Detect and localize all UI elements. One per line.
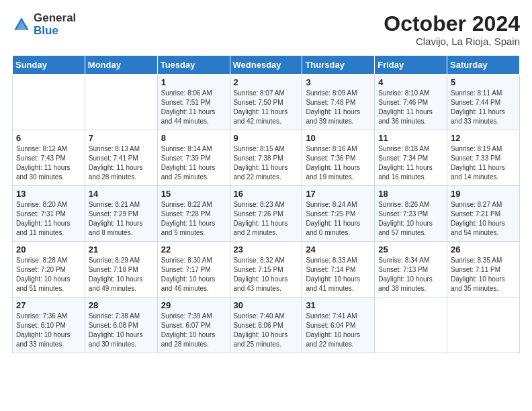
day-header-wednesday: Wednesday (230, 56, 302, 75)
week-row-1: 1Sunrise: 8:06 AM Sunset: 7:51 PM Daylig… (13, 75, 520, 130)
calendar-cell: 21Sunrise: 8:29 AM Sunset: 7:18 PM Dayli… (85, 242, 157, 298)
day-info: Sunrise: 8:22 AM Sunset: 7:28 PM Dayligh… (161, 200, 226, 238)
week-row-3: 13Sunrise: 8:20 AM Sunset: 7:31 PM Dayli… (13, 186, 520, 242)
header: General Blue October 2024 Clavijo, La Ri… (12, 12, 520, 47)
calendar-cell: 13Sunrise: 8:20 AM Sunset: 7:31 PM Dayli… (13, 186, 85, 242)
calendar-cell: 2Sunrise: 8:07 AM Sunset: 7:50 PM Daylig… (230, 75, 302, 130)
day-number: 21 (89, 244, 154, 255)
day-number: 11 (378, 133, 443, 143)
day-number: 28 (89, 300, 154, 310)
calendar-cell: 12Sunrise: 8:19 AM Sunset: 7:33 PM Dayli… (447, 130, 520, 186)
day-number: 14 (89, 189, 154, 199)
calendar-cell (375, 298, 447, 353)
week-row-5: 27Sunrise: 7:36 AM Sunset: 6:10 PM Dayli… (13, 298, 520, 353)
day-info: Sunrise: 8:34 AM Sunset: 7:13 PM Dayligh… (378, 256, 443, 293)
month-title: October 2024 (384, 12, 520, 36)
day-number: 7 (89, 133, 154, 143)
calendar-cell: 27Sunrise: 7:36 AM Sunset: 6:10 PM Dayli… (13, 298, 85, 353)
day-info: Sunrise: 7:39 AM Sunset: 6:07 PM Dayligh… (161, 312, 226, 349)
day-number: 10 (306, 133, 371, 143)
calendar-cell: 26Sunrise: 8:35 AM Sunset: 7:11 PM Dayli… (447, 242, 520, 298)
day-info: Sunrise: 8:07 AM Sunset: 7:50 PM Dayligh… (234, 89, 299, 126)
day-number: 20 (16, 244, 81, 255)
calendar-cell: 1Sunrise: 8:06 AM Sunset: 7:51 PM Daylig… (157, 75, 230, 130)
calendar-cell (13, 75, 85, 130)
day-info: Sunrise: 8:35 AM Sunset: 7:11 PM Dayligh… (451, 256, 516, 293)
day-number: 18 (378, 189, 443, 199)
day-info: Sunrise: 8:15 AM Sunset: 7:38 PM Dayligh… (234, 144, 299, 182)
day-number: 27 (16, 300, 81, 310)
day-number: 23 (234, 244, 299, 255)
calendar-cell: 31Sunrise: 7:41 AM Sunset: 6:04 PM Dayli… (302, 298, 375, 353)
calendar-cell: 28Sunrise: 7:38 AM Sunset: 6:08 PM Dayli… (85, 298, 157, 353)
day-info: Sunrise: 8:26 AM Sunset: 7:23 PM Dayligh… (378, 200, 443, 238)
day-info: Sunrise: 8:32 AM Sunset: 7:15 PM Dayligh… (234, 256, 299, 293)
logo-icon (12, 15, 31, 34)
day-number: 9 (234, 133, 299, 143)
day-number: 16 (234, 189, 299, 199)
day-header-sunday: Sunday (13, 56, 85, 75)
day-info: Sunrise: 8:20 AM Sunset: 7:31 PM Dayligh… (16, 200, 81, 238)
day-info: Sunrise: 7:40 AM Sunset: 6:06 PM Dayligh… (234, 312, 299, 349)
calendar-cell: 19Sunrise: 8:27 AM Sunset: 7:21 PM Dayli… (447, 186, 520, 242)
day-info: Sunrise: 8:13 AM Sunset: 7:41 PM Dayligh… (89, 144, 154, 182)
location-subtitle: Clavijo, La Rioja, Spain (384, 36, 520, 47)
day-info: Sunrise: 8:21 AM Sunset: 7:29 PM Dayligh… (89, 200, 154, 238)
day-info: Sunrise: 8:27 AM Sunset: 7:21 PM Dayligh… (451, 200, 516, 238)
calendar-cell (85, 75, 157, 130)
day-info: Sunrise: 8:14 AM Sunset: 7:39 PM Dayligh… (161, 144, 226, 182)
logo-blue: Blue (34, 24, 58, 37)
calendar-cell: 29Sunrise: 7:39 AM Sunset: 6:07 PM Dayli… (157, 298, 230, 353)
day-header-tuesday: Tuesday (157, 56, 230, 75)
day-number: 24 (306, 244, 371, 255)
day-number: 29 (161, 300, 226, 310)
calendar-cell: 15Sunrise: 8:22 AM Sunset: 7:28 PM Dayli… (157, 186, 230, 242)
day-info: Sunrise: 8:06 AM Sunset: 7:51 PM Dayligh… (161, 89, 226, 126)
day-info: Sunrise: 8:11 AM Sunset: 7:44 PM Dayligh… (451, 89, 516, 126)
calendar-cell: 22Sunrise: 8:30 AM Sunset: 7:17 PM Dayli… (157, 242, 230, 298)
calendar-cell (447, 298, 520, 353)
day-number: 22 (161, 244, 226, 255)
calendar-cell: 24Sunrise: 8:33 AM Sunset: 7:14 PM Dayli… (302, 242, 375, 298)
page: General Blue October 2024 Clavijo, La Ri… (0, 0, 532, 360)
calendar-cell: 16Sunrise: 8:23 AM Sunset: 7:26 PM Dayli… (230, 186, 302, 242)
day-header-friday: Friday (375, 56, 447, 75)
day-info: Sunrise: 8:19 AM Sunset: 7:33 PM Dayligh… (451, 144, 516, 182)
day-info: Sunrise: 8:24 AM Sunset: 7:25 PM Dayligh… (306, 200, 371, 238)
logo-general: General (34, 11, 76, 24)
day-number: 6 (16, 133, 81, 143)
day-number: 13 (16, 189, 81, 199)
calendar-cell: 20Sunrise: 8:28 AM Sunset: 7:20 PM Dayli… (13, 242, 85, 298)
day-number: 3 (306, 77, 371, 87)
day-number: 8 (161, 133, 226, 143)
calendar-cell: 18Sunrise: 8:26 AM Sunset: 7:23 PM Dayli… (375, 186, 447, 242)
day-info: Sunrise: 8:30 AM Sunset: 7:17 PM Dayligh… (161, 256, 226, 293)
day-number: 30 (234, 300, 299, 310)
day-info: Sunrise: 7:36 AM Sunset: 6:10 PM Dayligh… (16, 312, 81, 349)
calendar-cell: 30Sunrise: 7:40 AM Sunset: 6:06 PM Dayli… (230, 298, 302, 353)
calendar-table: SundayMondayTuesdayWednesdayThursdayFrid… (12, 55, 520, 353)
week-row-2: 6Sunrise: 8:12 AM Sunset: 7:43 PM Daylig… (13, 130, 520, 186)
day-header-monday: Monday (85, 56, 157, 75)
logo: General Blue (12, 12, 76, 37)
calendar-cell: 4Sunrise: 8:10 AM Sunset: 7:46 PM Daylig… (375, 75, 447, 130)
day-info: Sunrise: 8:33 AM Sunset: 7:14 PM Dayligh… (306, 256, 371, 293)
day-info: Sunrise: 7:41 AM Sunset: 6:04 PM Dayligh… (306, 312, 371, 349)
day-number: 17 (306, 189, 371, 199)
day-info: Sunrise: 7:38 AM Sunset: 6:08 PM Dayligh… (89, 312, 154, 349)
day-info: Sunrise: 8:18 AM Sunset: 7:34 PM Dayligh… (378, 144, 443, 182)
day-info: Sunrise: 8:10 AM Sunset: 7:46 PM Dayligh… (378, 89, 443, 126)
calendar-cell: 8Sunrise: 8:14 AM Sunset: 7:39 PM Daylig… (157, 130, 230, 186)
day-info: Sunrise: 8:29 AM Sunset: 7:18 PM Dayligh… (89, 256, 154, 293)
day-number: 19 (451, 189, 516, 199)
day-number: 4 (378, 77, 443, 87)
calendar-cell: 7Sunrise: 8:13 AM Sunset: 7:41 PM Daylig… (85, 130, 157, 186)
calendar-cell: 10Sunrise: 8:16 AM Sunset: 7:36 PM Dayli… (302, 130, 375, 186)
day-info: Sunrise: 8:09 AM Sunset: 7:48 PM Dayligh… (306, 89, 371, 126)
day-number: 1 (161, 77, 226, 87)
day-number: 26 (451, 244, 516, 255)
week-row-4: 20Sunrise: 8:28 AM Sunset: 7:20 PM Dayli… (13, 242, 520, 298)
calendar-cell: 23Sunrise: 8:32 AM Sunset: 7:15 PM Dayli… (230, 242, 302, 298)
calendar-cell: 3Sunrise: 8:09 AM Sunset: 7:48 PM Daylig… (302, 75, 375, 130)
day-number: 31 (306, 300, 371, 310)
